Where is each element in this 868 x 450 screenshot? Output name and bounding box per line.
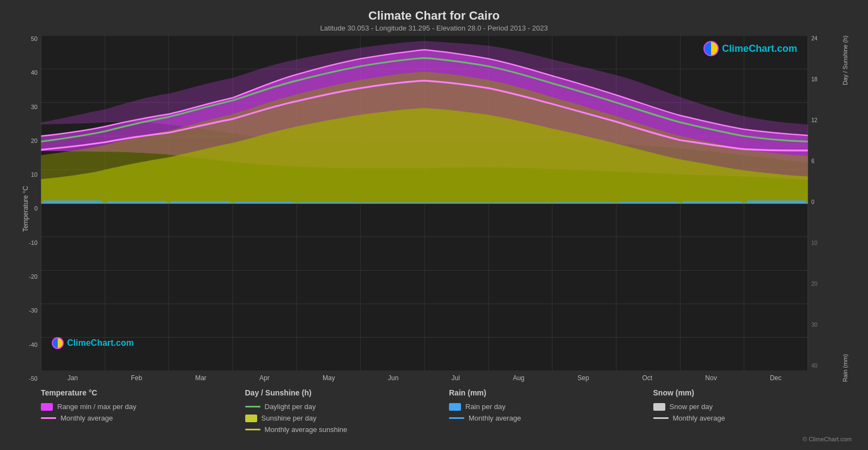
legend-line-snow-avg [653, 417, 669, 419]
legend-item-snow-avg: Monthly average [653, 414, 858, 422]
legend-swatch-temp [41, 403, 53, 411]
chart-svg-container: ClimeChart.com ClimeChart.com [41, 35, 808, 371]
header: Climate Chart for Cairo Latitude 30.053 … [11, 5, 857, 33]
x-axis-jun: Jun [388, 374, 398, 382]
legend-col-snow: Snow (mm) Snow per day Monthly average [653, 388, 858, 422]
legend-label-snow: Snow per day [670, 403, 713, 411]
legend-item-sunshine-avg: Monthly average sunshine [245, 425, 450, 434]
legend-label-temp-avg: Monthly average [60, 414, 113, 422]
x-axis-sep: Sep [578, 374, 589, 382]
x-axis-feb: Feb [131, 374, 142, 382]
legend-item-rain-avg: Monthly average [449, 414, 653, 422]
y-axis-right-labels: Day / Sunshine (h) Rain (mm) [833, 35, 857, 382]
chart-title: Climate Chart for Cairo [11, 9, 857, 23]
chart-and-right: ClimeChart.com ClimeChart.com [41, 35, 808, 382]
legend-label-rain: Rain per day [465, 403, 506, 411]
legend-line-rain-avg [449, 417, 464, 419]
x-axis-jan: Jan [68, 374, 78, 382]
legend-label-sunshine: Sunshine per day [262, 414, 317, 422]
main-chart-svg [41, 35, 808, 371]
svg-rect-29 [427, 203, 486, 203]
legend-item-rain: Rain per day [449, 403, 653, 411]
legend-section: Temperature °C Range min / max per day M… [11, 382, 857, 436]
legend-line-daylight [245, 406, 260, 407]
chart-area: Temperature °C 50 40 30 20 10 0 -10 -20 … [11, 35, 857, 382]
logo-top [703, 41, 719, 56]
legend-item-temp-avg: Monthly average [41, 414, 245, 422]
copyright: © ClimeChart.com [11, 436, 857, 445]
x-axis-dec: Dec [770, 374, 781, 382]
x-axis-apr: Apr [259, 374, 270, 382]
watermark-top: ClimeChart.com [703, 41, 797, 56]
svg-rect-30 [491, 203, 550, 203]
chart-subtitle: Latitude 30.053 - Longitude 31.295 - Ele… [11, 24, 857, 32]
x-axis-jul: Jul [452, 374, 460, 382]
legend-swatch-snow [653, 403, 665, 411]
watermark-bottom-text: ClimeChart.com [67, 338, 134, 348]
legend-swatch-sunshine [245, 415, 257, 422]
y-axis-right-sunshine: 24 18 12 6 0 10 20 30 40 [808, 35, 833, 369]
legend-title-snow: Snow (mm) [653, 388, 858, 397]
legend-col-temperature: Temperature °C Range min / max per day M… [41, 388, 245, 422]
legend-title-temp: Temperature °C [41, 388, 245, 397]
x-axis: Jan Feb Mar Apr May Jun Jul Aug Sep Oct … [41, 371, 808, 382]
legend-label-rain-avg: Monthly average [469, 414, 521, 422]
legend-item-snow: Snow per day [653, 403, 858, 411]
legend-item-sunshine: Sunshine per day [245, 414, 450, 422]
x-axis-may: May [323, 374, 335, 382]
legend-label-temp-range: Range min / max per day [57, 403, 136, 411]
x-axis-nov: Nov [705, 374, 717, 382]
logo-bottom [52, 337, 64, 349]
page-wrapper: Climate Chart for Cairo Latitude 30.053 … [0, 0, 868, 450]
legend-col-rain: Rain (mm) Rain per day Monthly average [449, 388, 653, 422]
legend-title-sunshine: Day / Sunshine (h) [245, 388, 450, 397]
y-axis-label-temp: Temperature °C [22, 173, 29, 244]
right-axes: 24 18 12 6 0 10 20 30 40 Day / Sunshine … [808, 35, 857, 382]
legend-label-snow-avg: Monthly average [673, 414, 725, 422]
legend-item-temp-range: Range min / max per day [41, 403, 245, 411]
y-axis-left: Temperature °C 50 40 30 20 10 0 -10 -20 … [11, 35, 41, 382]
x-axis-mar: Mar [195, 374, 207, 382]
svg-rect-28 [363, 203, 422, 203]
legend-label-daylight: Daylight per day [265, 403, 316, 411]
legend-label-sunshine-avg: Monthly average sunshine [265, 425, 348, 434]
legend-title-rain: Rain (mm) [449, 388, 653, 397]
legend-swatch-rain [449, 403, 461, 411]
watermark-top-text: ClimeChart.com [722, 43, 797, 55]
legend-col-sunshine: Day / Sunshine (h) Daylight per day Suns… [245, 388, 450, 434]
x-axis-aug: Aug [513, 374, 524, 382]
legend-line-sunshine-avg [245, 429, 260, 430]
legend-item-daylight: Daylight per day [245, 403, 450, 411]
legend-line-temp [41, 417, 56, 419]
watermark-bottom: ClimeChart.com [52, 337, 134, 349]
x-axis-oct: Oct [642, 374, 652, 382]
